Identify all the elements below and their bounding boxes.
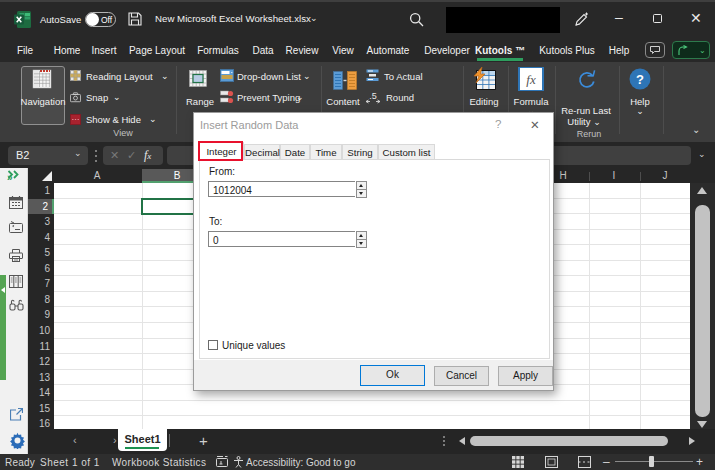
svg-text:.5: .5 (369, 91, 377, 101)
svg-text:fx: fx (526, 72, 536, 87)
svg-text:?: ? (636, 72, 644, 87)
